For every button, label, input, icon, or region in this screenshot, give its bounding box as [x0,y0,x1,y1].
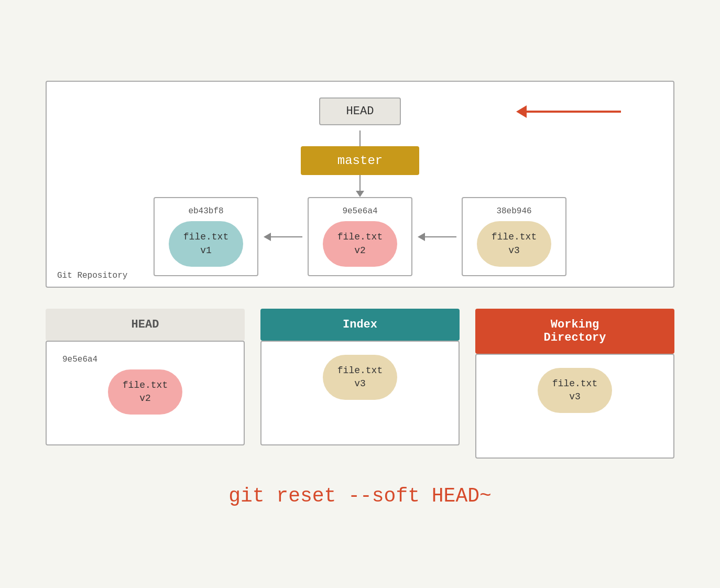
commits-row: eb43bf8 file.txtv1 9e5e6a4 file.txtv2 38… [68,197,652,276]
arrow-right-line [425,236,456,237]
head-label: HEAD [346,105,374,118]
blob-left: file.txtv1 [169,221,243,266]
head-header: HEAD [46,309,245,341]
head-hash: 9e5e6a4 [57,355,97,364]
head-row: HEAD [68,97,652,125]
connector-line-2 [359,175,361,191]
arrow-right-to-center [418,233,456,241]
blob-center: file.txtv2 [323,221,397,266]
arrow-right-head-icon [418,233,425,241]
head-blob: file.txtv2 [108,369,182,415]
working-header: WorkingDirectory [475,309,674,354]
head-to-master-connector [68,130,652,146]
master-row: master [68,146,652,175]
head-body: 9e5e6a4 file.txtv2 [46,341,245,445]
main-container: HEAD master eb43bf8 [46,65,674,522]
arrow-center-to-left [264,233,302,241]
commit-hash-left: eb43bf8 [188,206,223,216]
head-title: HEAD [132,318,159,331]
index-header: Index [260,309,460,341]
connector-line [359,130,361,146]
bottom-section: HEAD 9e5e6a4 file.txtv2 Index file.txtv3… [46,309,674,459]
bottom-card-working: WorkingDirectory file.txtv3 [475,309,674,459]
working-body: file.txtv3 [475,354,674,459]
arrow-line [527,111,621,113]
commit-hash-center: 9e5e6a4 [342,206,377,216]
arrow-down-icon [356,191,364,197]
index-title: Index [343,318,377,331]
git-repo-box: HEAD master eb43bf8 [46,81,674,287]
master-label: master [337,154,383,168]
master-to-commit-connector [68,175,652,197]
working-blob: file.txtv3 [538,368,612,413]
master-box: master [301,146,419,175]
head-box: HEAD [319,97,401,125]
bottom-card-index: Index file.txtv3 [260,309,460,459]
arrow-left-head-icon [264,233,271,241]
index-blob: file.txtv3 [323,355,397,400]
commit-box-right: 38eb946 file.txtv3 [462,197,566,276]
arrow-left-line [271,236,302,237]
arrow-head-icon [516,105,527,118]
git-repo-label: Git Repository [57,271,127,280]
commit-box-center: 9e5e6a4 file.txtv2 [308,197,412,276]
git-command: git reset --soft HEAD~ [228,485,492,507]
commit-hash-right: 38eb946 [496,206,531,216]
bottom-card-head: HEAD 9e5e6a4 file.txtv2 [46,309,245,459]
index-body: file.txtv3 [260,341,460,445]
red-arrow [517,105,621,118]
commit-box-left: eb43bf8 file.txtv1 [154,197,258,276]
blob-right: file.txtv3 [477,221,551,266]
